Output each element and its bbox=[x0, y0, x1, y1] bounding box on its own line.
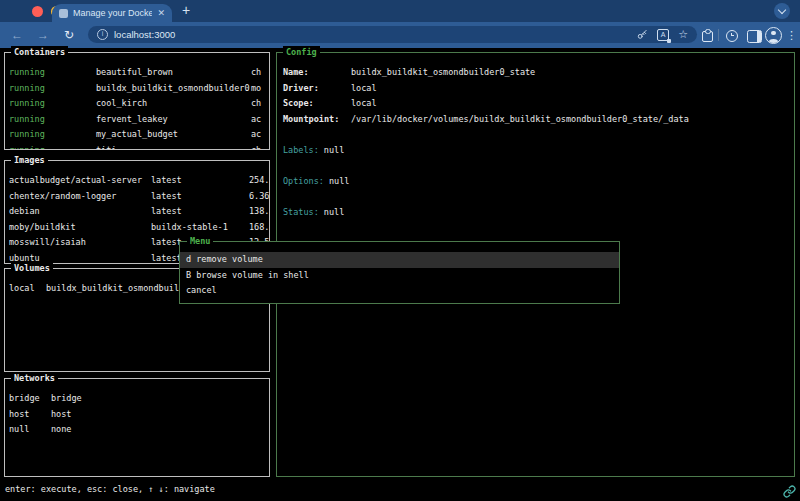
config-field: Mountpoint: /var/lib/docker/volumes/buil… bbox=[283, 112, 794, 128]
link-icon bbox=[783, 485, 796, 498]
chevron-down-icon bbox=[778, 6, 786, 14]
tab-close-icon[interactable]: ✕ bbox=[157, 8, 165, 18]
translate-icon[interactable]: A bbox=[657, 29, 669, 41]
config-field: Driver: local bbox=[283, 81, 794, 97]
container-row[interactable]: running titi ch bbox=[5, 143, 269, 149]
new-tab-button[interactable]: + bbox=[176, 0, 196, 22]
extensions-icon[interactable] bbox=[702, 31, 713, 42]
tab-title: Manage your Docker fleet w bbox=[73, 8, 152, 18]
config-field: Scope: local bbox=[283, 96, 794, 112]
browser-menu-icon[interactable]: ⋮ bbox=[786, 22, 797, 48]
config-panel-title: Config bbox=[283, 46, 320, 59]
container-row[interactable]: running cool_kirch ch bbox=[5, 96, 269, 112]
config-extra-options: Options:null bbox=[283, 174, 794, 190]
container-row[interactable]: running beautiful_brown ch bbox=[5, 65, 269, 81]
bookmark-star-icon[interactable]: ☆ bbox=[678, 29, 688, 40]
sidebar-panel-icon[interactable] bbox=[747, 30, 762, 43]
container-row[interactable]: running my_actual_budget ac bbox=[5, 127, 269, 143]
back-button[interactable]: ← bbox=[8, 22, 26, 48]
browser-toolbar: ← → ↻ i localhost:3000 A ☆ ⋮ bbox=[0, 22, 800, 48]
image-row[interactable]: moby/buildkit buildx-stable-1 168.13 bbox=[5, 220, 269, 236]
network-row[interactable]: bridge bridge bbox=[5, 391, 269, 407]
image-row[interactable]: chentex/random-logger latest 6.36MB bbox=[5, 189, 269, 205]
close-window-button[interactable] bbox=[32, 6, 43, 17]
image-row[interactable]: actualbudget/actual-server latest 254.96 bbox=[5, 173, 269, 189]
config-extra-status: Status:null bbox=[283, 205, 794, 221]
address-bar[interactable]: i localhost:3000 A ☆ bbox=[88, 26, 697, 43]
menu-item-browse-volume[interactable]: B browse volume in shell bbox=[180, 268, 619, 284]
browser-tab[interactable]: Manage your Docker fleet w ✕ bbox=[52, 4, 172, 22]
url-text: localhost:3000 bbox=[114, 29, 631, 40]
password-key-icon[interactable] bbox=[637, 29, 648, 40]
menu-popup: Menu d remove volume B browse volume in … bbox=[179, 241, 620, 304]
container-row[interactable]: running fervent_leakey ac bbox=[5, 112, 269, 128]
terminal-app: Containers running beautiful_brown ch ru… bbox=[0, 48, 800, 501]
network-row[interactable]: host host bbox=[5, 407, 269, 423]
status-bar: enter: execute, esc: close, ↑ ↓: navigat… bbox=[5, 482, 215, 497]
reload-button[interactable]: ↻ bbox=[60, 22, 78, 48]
toolbar-divider bbox=[718, 29, 719, 41]
image-row[interactable]: debian latest 138.84 bbox=[5, 204, 269, 220]
networks-panel-title: Networks bbox=[11, 372, 58, 385]
container-row[interactable]: running buildx_buildkit_osmondbuilder0 m… bbox=[5, 81, 269, 97]
menu-item-remove-volume[interactable]: d remove volume bbox=[180, 252, 619, 268]
network-row[interactable]: null none bbox=[5, 422, 269, 438]
menu-popup-title: Menu bbox=[187, 235, 213, 248]
site-info-icon[interactable]: i bbox=[97, 29, 108, 40]
forward-button[interactable]: → bbox=[34, 22, 52, 48]
tab-search-button[interactable] bbox=[774, 3, 790, 19]
config-field: Name: buildx_buildkit_osmondbuilder0_sta… bbox=[283, 65, 794, 81]
clock-icon[interactable] bbox=[726, 30, 738, 42]
tab-strip: Manage your Docker fleet w ✕ + bbox=[0, 0, 800, 22]
volumes-panel-title: Volumes bbox=[11, 262, 53, 275]
images-panel-title: Images bbox=[11, 154, 48, 167]
config-extra-labels: Labels:null bbox=[283, 143, 794, 159]
profile-avatar[interactable] bbox=[765, 27, 782, 44]
containers-panel: Containers running beautiful_brown ch ru… bbox=[4, 52, 270, 150]
menu-item-cancel[interactable]: cancel bbox=[180, 283, 619, 299]
networks-panel: Networks bridge bridge host host null no… bbox=[4, 378, 270, 477]
containers-panel-title: Containers bbox=[11, 46, 68, 59]
tab-favicon bbox=[59, 9, 68, 18]
